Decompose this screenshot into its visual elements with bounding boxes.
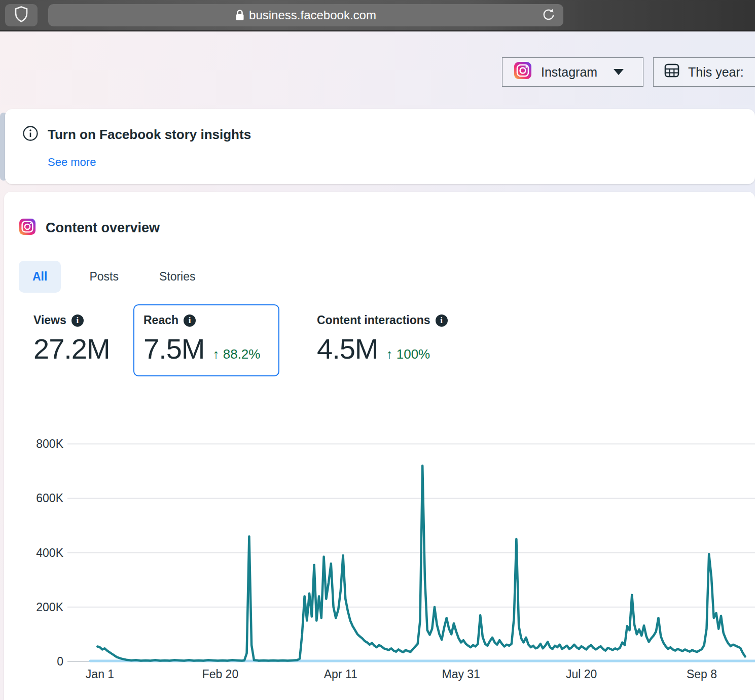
metric-reach-selected[interactable]: Reach i 7.5M ↑ 88.2%	[133, 304, 279, 376]
y-tick-label: 200K	[36, 601, 63, 614]
reach-chart-area: 0200K400K600K800KJan 1Feb 20Apr 11May 31…	[4, 426, 755, 700]
metric-content-interactions[interactable]: Content interactions i 4.5M ↑ 100%	[317, 313, 448, 365]
banner-title: Turn on Facebook story insights	[48, 127, 251, 143]
metric-value: 7.5M	[143, 332, 205, 365]
metric-delta: ↑ 88.2%	[213, 346, 261, 362]
x-tick-label: Apr 11	[324, 668, 357, 681]
y-tick-label: 0	[57, 655, 63, 668]
info-icon: i	[436, 314, 448, 327]
tab-stories[interactable]: Stories	[147, 261, 208, 293]
x-tick-label: May 31	[442, 668, 480, 681]
metric-value: 4.5M	[317, 332, 378, 365]
lock-icon	[235, 9, 244, 21]
metric-label: Content interactions	[317, 313, 430, 327]
metric-label: Reach	[143, 313, 178, 327]
account-selector-label: Instagram	[541, 65, 597, 80]
reach-chart: 0200K400K600K800KJan 1Feb 20Apr 11May 31…	[4, 426, 755, 700]
info-icon: i	[71, 314, 84, 327]
metric-delta: ↑ 100%	[386, 346, 430, 362]
chevron-down-icon	[614, 69, 624, 75]
content-tabs: All Posts Stories	[19, 261, 208, 293]
address-bar[interactable]: business.facebook.com	[48, 4, 563, 26]
shield-icon	[15, 6, 28, 24]
date-range-button[interactable]: This year:	[653, 57, 755, 87]
see-more-link[interactable]: See more	[48, 156, 96, 169]
metric-label: Views	[33, 313, 66, 327]
y-tick-label: 400K	[36, 546, 63, 559]
page-title: Content overview	[46, 220, 160, 236]
x-tick-label: Sep 8	[687, 668, 717, 681]
x-tick-label: Jan 1	[86, 668, 114, 681]
info-icon: i	[184, 314, 196, 327]
metric-cards: Views i 27.2M Reach i 7.5M ↑ 88.2% Conte…	[33, 313, 448, 376]
metric-views[interactable]: Views i 27.2M	[33, 313, 133, 365]
privacy-shield-button[interactable]	[5, 4, 38, 26]
url-text: business.facebook.com	[249, 8, 376, 22]
date-range-label: This year:	[688, 65, 744, 80]
reach-line	[97, 466, 745, 660]
metric-value: 27.2M	[33, 332, 110, 365]
x-tick-label: Feb 20	[202, 668, 239, 681]
x-tick-label: Jul 20	[566, 668, 597, 681]
y-tick-label: 800K	[36, 437, 63, 450]
calendar-grid-icon	[664, 62, 680, 82]
instagram-icon	[19, 218, 36, 237]
tab-all[interactable]: All	[19, 261, 61, 293]
reload-icon[interactable]	[541, 8, 556, 23]
story-insights-banner: Turn on Facebook story insights See more	[5, 109, 755, 184]
account-selector-button[interactable]: Instagram	[502, 57, 643, 87]
tab-posts[interactable]: Posts	[77, 261, 131, 293]
content-overview-card: Content overview All Posts Stories Views…	[4, 192, 755, 700]
instagram-icon	[514, 61, 532, 83]
browser-toolbar: business.facebook.com	[0, 0, 755, 31]
info-outline-icon	[22, 125, 39, 144]
y-tick-label: 600K	[36, 492, 63, 505]
